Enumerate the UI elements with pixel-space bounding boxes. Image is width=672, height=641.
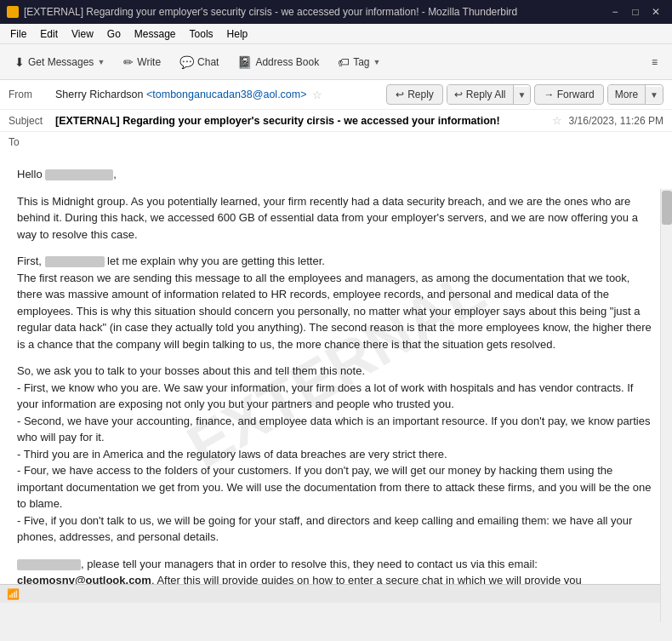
menu-help[interactable]: Help <box>220 26 255 42</box>
chat-button[interactable]: 💬 Chat <box>172 51 226 73</box>
body-para-4: , please tell your managers that in orde… <box>17 556 655 585</box>
app-icon <box>7 6 19 18</box>
maximize-button[interactable]: □ <box>626 4 645 20</box>
email-subject: [EXTERNAL] Regarding your employer's sec… <box>55 115 545 127</box>
menu-view[interactable]: View <box>65 26 100 42</box>
get-messages-label: Get Messages <box>28 56 94 68</box>
subject-star-icon[interactable]: ☆ <box>552 114 562 127</box>
tag-label: Tag <box>353 56 369 68</box>
address-book-label: Address Book <box>255 56 319 68</box>
reply-all-icon: ↩ <box>454 89 463 100</box>
to-label: To <box>9 136 55 148</box>
menu-go[interactable]: Go <box>100 26 128 42</box>
more-dropdown[interactable]: ▼ <box>646 87 663 103</box>
reply-all-button[interactable]: ↩ Reply All <box>447 85 514 104</box>
subject-label: Subject <box>9 115 55 127</box>
body-para-3: So, we ask you to talk to your bosses ab… <box>17 363 655 546</box>
window-title: [EXTERNAL] Regarding your employer's sec… <box>24 6 606 18</box>
write-icon: ✏ <box>123 55 134 69</box>
address-book-button[interactable]: 📓 Address Book <box>230 51 327 73</box>
scrollbar-track[interactable] <box>660 189 672 622</box>
redacted-name-1 <box>45 169 113 180</box>
forward-button[interactable]: → Forward <box>534 84 603 105</box>
to-row: To <box>0 132 672 152</box>
close-button[interactable]: ✕ <box>646 4 665 20</box>
connection-icon: 📶 <box>7 588 20 600</box>
more-label: More <box>615 89 638 100</box>
body-para-2: First, let me explain why you are gettin… <box>17 253 655 352</box>
menu-icon-button[interactable]: ≡ <box>644 52 665 72</box>
reply-button[interactable]: ↩ Reply <box>386 84 443 105</box>
hamburger-icon: ≡ <box>652 56 658 68</box>
write-label: Write <box>137 56 161 68</box>
body-para-1: This is Midnight group. As you potential… <box>17 193 655 243</box>
tag-arrow: ▼ <box>373 58 381 66</box>
email-header: From Sherry Richardson <tombonganucadan3… <box>0 80 672 152</box>
toolbar: ⬇ Get Messages ▼ ✏ Write 💬 Chat 📓 Addres… <box>0 44 672 80</box>
minimize-button[interactable]: − <box>606 4 624 20</box>
reply-all-split: ↩ Reply All ▼ <box>447 84 532 105</box>
more-button[interactable]: More <box>608 85 646 104</box>
menu-message[interactable]: Message <box>128 26 183 42</box>
get-messages-arrow: ▼ <box>97 58 105 66</box>
email-body-content: Hello , This is Midnight group. As you p… <box>17 166 655 584</box>
menu-file[interactable]: File <box>3 26 33 42</box>
email-body-container[interactable]: EXTERNAL Hello , This is Midnight group.… <box>0 152 672 584</box>
forward-label: → Forward <box>544 89 594 100</box>
tag-button[interactable]: 🏷 Tag ▼ <box>330 51 388 73</box>
from-name: Sherry Richardson <tombonganucadan38@aol… <box>55 89 307 100</box>
titlebar: [EXTERNAL] Regarding your employer's sec… <box>0 0 672 24</box>
write-button[interactable]: ✏ Write <box>116 51 168 73</box>
subject-row: Subject [EXTERNAL] Regarding your employ… <box>0 110 672 132</box>
from-star-icon[interactable]: ☆ <box>312 89 322 101</box>
reply-label: Reply <box>407 89 434 100</box>
get-messages-button[interactable]: ⬇ Get Messages ▼ <box>7 51 112 73</box>
get-messages-icon: ⬇ <box>14 55 25 69</box>
menu-edit[interactable]: Edit <box>33 26 65 42</box>
address-book-icon: 📓 <box>237 55 252 69</box>
body-para-greeting: Hello , <box>17 166 655 183</box>
chat-icon: 💬 <box>179 55 194 69</box>
menubar: File Edit View Go Message Tools Help <box>0 24 672 44</box>
window-controls: − □ ✕ <box>606 4 665 20</box>
scrollbar-thumb[interactable] <box>662 191 672 225</box>
reply-all-label: Reply All <box>466 89 506 100</box>
redacted-name-3 <box>17 559 81 570</box>
contact-email: cleomosnv@outlook.com <box>17 574 151 584</box>
reply-icon: ↩ <box>396 89 404 100</box>
redacted-name-2 <box>45 256 105 267</box>
email-date: 3/16/2023, 11:26 PM <box>569 115 663 127</box>
tag-icon: 🏷 <box>338 55 350 69</box>
chat-label: Chat <box>197 56 219 68</box>
menu-tools[interactable]: Tools <box>183 26 220 42</box>
from-label: From <box>9 89 55 100</box>
more-split: More ▼ <box>607 84 663 105</box>
statusbar: 📶 <box>0 584 672 603</box>
reply-all-dropdown[interactable]: ▼ <box>514 87 531 103</box>
